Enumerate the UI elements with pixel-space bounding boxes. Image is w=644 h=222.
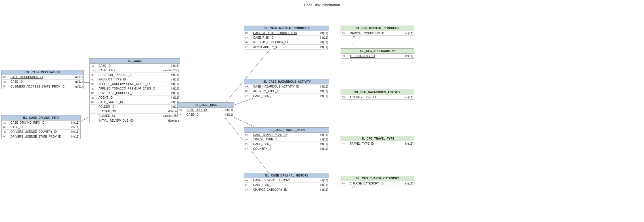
- table-header-isl-case-criminal-history: ISL_CASE_CRIMINAL_HISTORY: [244, 173, 329, 178]
- table-row: PK CASE_ID int(11): [90, 64, 180, 68]
- diagram-container: ISL_CASE_OCCUPATION PK CASE_OCCUPATION_I…: [0, 9, 644, 222]
- table-row: FK DRIVERS_LICENSE_STATE_PROV_ID int(11): [2, 134, 80, 139]
- table-row: PK APPLICABILITY_ID int(11): [341, 54, 414, 58]
- table-isl-case-driving-info: ISL_CASE_DRIVING_INFO PK CASE_DRIVING_IN…: [1, 115, 81, 139]
- table-row: PK CASE_MEDICAL_CONDITION_ID int(11): [244, 31, 329, 36]
- table-row: FK CREATION_CHANNEL_ID int(11): [90, 73, 180, 77]
- table-isl-cfg-medical-condition: ISL_CFG_MEDICAL_CONDITION PK MEDICAL_CON…: [341, 26, 414, 36]
- table-row: PK CASE_OCCUPATION_ID int(11): [2, 75, 83, 80]
- table-row: FK COUNTRY_ID int(11): [244, 146, 329, 151]
- table-isl-cfg-charge-category: ISL_CFG_CHARGE_CATEGORY PK CHARGE_CATEGO…: [341, 176, 414, 186]
- table-header-isl-cfg-hazardous-activity: ISL_CFG_HAZARDOUS_ACTIVITY: [341, 90, 414, 95]
- table-row: FK CASE_RISK_ID int(11): [244, 142, 329, 146]
- table-row: FK BUSINESS_ADDRESS_STATE_PROV_ID int(11…: [2, 84, 83, 89]
- table-row: PK CASE_TRAVEL_PLAN_ID int(11): [244, 133, 329, 137]
- table-header-isl-cfg-medical-condition: ISL_CFG_MEDICAL_CONDITION: [341, 26, 414, 31]
- table-header-isl-cfg-applicability: ISL_CFG_APPLICABILITY: [341, 49, 414, 54]
- table-row: FK CASE_RISK_ID int(11): [244, 36, 329, 40]
- table-header-isl-case: ISL_CASE: [90, 59, 180, 64]
- table-header-isl-case-risk: ISL_CASE_RISK: [178, 103, 234, 108]
- table-row: FK ACTIVITY_TYPE_ID int(11): [244, 89, 329, 94]
- table-row: FK CASE_RISK_ID int(11): [244, 94, 329, 98]
- table-isl-cfg-hazardous-activity: ISL_CFG_HAZARDOUS_ACTIVITY PK ACTIVITY_T…: [341, 90, 414, 100]
- table-isl-case-hazardous-activity: ISL_CASE_HAZARDOUS_ACTIVITY PK CASE_HAZA…: [244, 79, 329, 98]
- table-isl-case-criminal-history: ISL_CASE_CRIMINAL_HISTORY PK CASE_CRIMIN…: [244, 173, 329, 192]
- table-row: FK MEDICAL_CONDITION_ID int(11): [244, 40, 329, 45]
- table-row: FK DRIVERS_LICENSE_COUNTRY_ID int(11): [2, 130, 80, 134]
- table-isl-cfg-applicability: ISL_CFG_APPLICABILITY PK APPLICABILITY_I…: [341, 48, 414, 59]
- table-isl-case-medical-condition: ISL_CASE_MEDICAL_CONDITION PK CASE_MEDIC…: [244, 26, 329, 49]
- table-row: FK CASE_ID int(11): [2, 80, 83, 84]
- table-row: FK CHARGE_CATEGORY_ID int(11): [244, 187, 329, 192]
- table-row: FK APPLIED_UNDERWRITING_CLASS_ID int(11): [90, 82, 180, 86]
- table-header-isl-case-medical-condition: ISL_CASE_MEDICAL_CONDITION: [244, 26, 329, 31]
- table-row: PK ACTIVITY_TYPE_ID int(11): [341, 95, 414, 99]
- table-row: PK CHARGE_CATEGORY_ID int(11): [341, 181, 414, 186]
- page-title: Case Risk Information: [0, 0, 644, 9]
- table-isl-case: ISL_CASE PK CASE_ID int(11) UNQ CASE_UUI…: [89, 58, 180, 123]
- table-row: FK APPLICABILITY_ID int(11): [244, 45, 329, 49]
- table-row: FK COVERAGE_PURPOSE_ID int(11): [90, 91, 180, 96]
- table-header-isl-case-occupation: ISL_CASE_OCCUPATION: [2, 70, 83, 75]
- table-isl-case-occupation: ISL_CASE_OCCUPATION PK CASE_OCCUPATION_I…: [1, 70, 84, 89]
- table-row: PK TRAVEL_TYPE_ID int(11): [341, 141, 414, 146]
- table-isl-cfg-travel-type: ISL_CFG_TRAVEL_TYPE PK TRAVEL_TYPE_ID in…: [341, 136, 414, 146]
- table-row: PK CASE_RISK_ID int(11): [178, 108, 234, 112]
- table-row: FOLDER_ID int(11): [90, 105, 180, 109]
- table-header-isl-cfg-charge-category: ISL_CFG_CHARGE_CATEGORY: [341, 176, 414, 181]
- table-isl-case-travel-plan: ISL_CASE_TRAVEL_PLAN PK CASE_TRAVEL_PLAN…: [244, 127, 329, 151]
- table-header-isl-case-driving-info: ISL_CASE_DRIVING_INFO: [2, 115, 80, 121]
- table-row: FK CASE_STATUS_ID int(11): [90, 100, 180, 105]
- table-row: CLOSED_ON datetime: [90, 109, 180, 114]
- table-row: FK CASE_RISK_ID int(11): [244, 183, 329, 187]
- table-header-isl-case-hazardous-activity: ISL_CASE_HAZARDOUS_ACTIVITY: [244, 79, 329, 84]
- table-row: UNQ CASE_UUID varchar(255): [90, 68, 180, 73]
- table-row: FK CASE_ID int(11): [178, 112, 234, 117]
- table-row: FK TRAVEL_TYPE_ID int(11): [244, 137, 329, 142]
- table-row: FK APPLIED_TOBACCO_PREMIUM_BASIS_ID int(…: [90, 86, 180, 91]
- table-row: PK CASE_DRIVING_INFO_ID int(11): [2, 121, 80, 125]
- table-isl-case-risk: ISL_CASE_RISK PK CASE_RISK_ID int(11) FK…: [177, 102, 234, 117]
- table-row: FK PRODUCT_TYPE_ID int(11): [90, 77, 180, 82]
- table-row: INITIAL_REVIEW_DUE_ON datetime: [90, 118, 180, 123]
- table-header-isl-cfg-travel-type: ISL_CFG_TRAVEL_TYPE: [341, 136, 414, 141]
- table-row: PK MEDICAL_CONDITION_ID int(11): [341, 31, 414, 36]
- table-row: FK AGENT_ID int(11): [90, 96, 180, 100]
- table-row: CLOSED_BY varchar(255): [90, 114, 180, 118]
- table-row: PK CASE_HAZARDOUS_ACTIVITY_ID int(11): [244, 84, 329, 89]
- table-header-isl-case-travel-plan: ISL_CASE_TRAVEL_PLAN: [244, 128, 329, 133]
- table-row: FK CASE_ID int(11): [2, 125, 80, 130]
- table-row: PK CASE_CRIMINAL_HISTORY_ID int(11): [244, 178, 329, 183]
